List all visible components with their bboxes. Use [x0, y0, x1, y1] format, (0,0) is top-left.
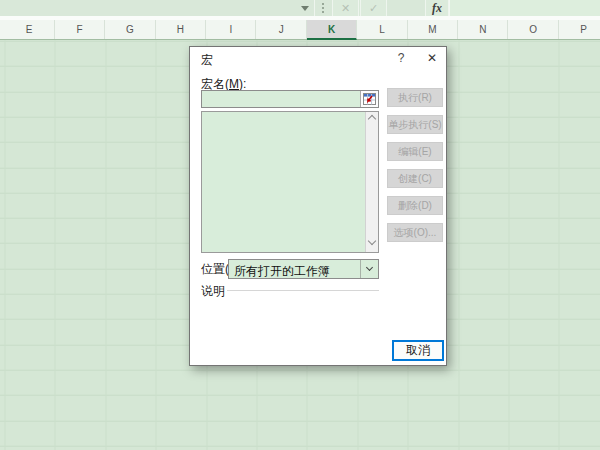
column-header-f[interactable]: F [55, 20, 105, 39]
column-header-l[interactable]: L [357, 20, 407, 39]
formula-bar-grip[interactable] [322, 3, 324, 13]
location-value: 所有打开的工作簿 [234, 263, 330, 280]
run-button[interactable]: 执行(R) [387, 88, 443, 107]
name-box[interactable] [0, 0, 315, 16]
combo-dropdown-button[interactable] [360, 260, 378, 278]
formula-bar: ✕ ✓ fx [0, 0, 600, 16]
macro-action-buttons: 执行(R) 单步执行(S) 编辑(E) 创建(C) 删除(D) 选项(O)... [387, 88, 443, 242]
column-header-k-selected[interactable]: K [307, 20, 357, 40]
column-header-o[interactable]: O [509, 20, 559, 39]
column-header-n[interactable]: N [458, 20, 508, 39]
edit-button[interactable]: 编辑(E) [387, 142, 443, 161]
macro-list-scrollbar[interactable] [365, 112, 378, 252]
insert-function-icon[interactable]: fx [425, 0, 449, 16]
column-header-j[interactable]: J [257, 20, 307, 39]
column-header-i[interactable]: I [206, 20, 256, 39]
column-header-m[interactable]: M [408, 20, 458, 39]
help-icon[interactable]: ? [391, 47, 411, 69]
description-label: 说明 [201, 283, 225, 300]
column-header-h[interactable]: H [156, 20, 206, 39]
column-header-p[interactable]: P [559, 20, 600, 39]
delete-button[interactable]: 删除(D) [387, 196, 443, 215]
column-header-row: E F G H I J K L M N O P [0, 20, 600, 40]
dialog-title: 宏 [201, 52, 213, 69]
column-header-g[interactable]: G [105, 20, 155, 39]
macro-name-input[interactable] [201, 90, 379, 108]
column-header-e[interactable]: E [5, 20, 55, 39]
range-selector-button[interactable] [360, 91, 378, 107]
description-divider [227, 290, 379, 291]
scroll-up-icon[interactable] [366, 112, 378, 126]
create-button[interactable]: 创建(C) [387, 169, 443, 188]
cancel-button[interactable]: 取消 [392, 340, 444, 361]
close-icon[interactable]: ✕ [421, 47, 443, 69]
chevron-down-icon [366, 264, 373, 271]
macro-dialog: 宏 ? ✕ 宏名(M): 执行( [189, 46, 447, 366]
location-combobox[interactable]: 所有打开的工作簿 [228, 259, 379, 279]
macro-list-box[interactable] [201, 111, 379, 253]
name-box-dropdown-icon[interactable] [301, 6, 309, 11]
formula-enter-icon[interactable]: ✓ [360, 0, 387, 16]
excel-window: ✕ ✓ fx E F G H I J K L M N O P 宏 ? ✕ 宏名(… [0, 0, 600, 450]
table-range-icon [363, 93, 376, 105]
step-into-button[interactable]: 单步执行(S) [387, 115, 443, 134]
options-button[interactable]: 选项(O)... [387, 223, 443, 242]
formula-input[interactable] [449, 0, 600, 16]
scroll-down-icon[interactable] [366, 238, 378, 252]
formula-cancel-icon[interactable]: ✕ [332, 0, 359, 16]
